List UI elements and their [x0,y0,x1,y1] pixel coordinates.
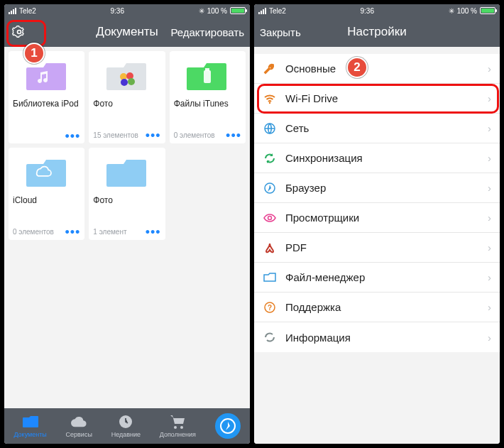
svg-point-3 [128,78,135,85]
settings-row-general[interactable]: Основные › [254,54,500,84]
more-icon[interactable]: ••• [146,133,161,138]
folder-grid: Библиотека iPod ••• Фото 15 элементов [4,47,250,408]
wrench-icon [263,62,277,76]
svg-point-14 [268,216,272,219]
row-label: Сеть [285,122,309,134]
edit-button[interactable]: Редактировать [170,26,244,38]
compass-icon [263,181,277,195]
row-label: Wi-Fi Drive [285,92,338,104]
tab-label: Недавние [111,431,141,438]
battery-icon [230,7,246,14]
battery-percent: 100 % [457,7,477,15]
more-icon[interactable]: ••• [226,133,241,138]
settings-row-viewers[interactable]: Просмотрщики › [254,203,500,233]
battery-icon [480,7,495,14]
folder-card[interactable]: Библиотека iPod ••• [9,51,84,143]
info-icon [263,330,277,344]
folder-card[interactable]: Файлы iTunes 0 элементов ••• [170,51,246,143]
settings-row-support[interactable]: ? Поддержка › [254,293,500,322]
cart-icon [170,414,185,430]
row-label: Браузер [285,182,326,194]
chevron-right-icon: › [488,271,491,283]
chevron-right-icon: › [488,301,491,313]
bluetooth-icon: ✳︎ [199,7,204,15]
settings-row-network[interactable]: Сеть › [254,114,500,143]
folder-sub: 0 элементов [13,228,54,236]
gear-icon [12,25,26,39]
settings-row-info[interactable]: Информация › [254,322,500,352]
folder-sub: 15 элементов [93,131,138,139]
tab-label: Документы [13,431,46,438]
row-label: Просмотрщики [285,212,359,224]
row-label: Поддержка [285,301,341,313]
callout-badge-1: 1 [23,43,45,64]
navbar-settings: Закрыть Настройки [254,17,500,47]
wifi-icon [263,92,277,106]
svg-point-4 [121,79,128,86]
folder-icon [263,271,277,285]
folder-card[interactable]: Фото 1 элемент ••• [89,148,165,240]
row-label: Синхронизация [285,152,363,164]
tab-services[interactable]: Сервисы [66,414,92,438]
folder-icon-usb [174,55,241,98]
settings-button[interactable] [10,23,28,41]
battery-percent: 100 % [207,7,227,15]
close-button[interactable]: Закрыть [260,26,301,38]
chevron-right-icon: › [488,152,491,164]
svg-point-8 [174,426,177,429]
folder-sub: 0 элементов [174,131,215,139]
more-icon[interactable]: ••• [65,133,80,139]
settings-list: Основные › Wi-Fi Drive › Сеть › Синхрони… [254,47,500,444]
folder-icon-plain [93,152,160,195]
bluetooth-icon: ✳︎ [449,7,454,15]
globe-icon [263,121,277,136]
row-label: Информация [285,332,351,344]
folder-name: Библиотека iPod [13,99,80,118]
folder-icon [23,414,38,430]
status-time: 9:36 [361,7,374,15]
chevron-right-icon: › [488,332,491,344]
chevron-right-icon: › [488,92,491,104]
chevron-right-icon: › [488,212,491,224]
folder-card[interactable]: Фото 15 элементов ••• [89,51,165,143]
folder-icon-cloud [13,152,80,195]
svg-text:?: ? [268,304,272,312]
tab-browser[interactable] [215,413,241,439]
callout-badge-2: 2 [346,57,368,78]
chevron-right-icon: › [488,62,491,75]
folder-icon-photos [93,55,160,98]
settings-row-wifi[interactable]: Wi-Fi Drive › [254,84,500,114]
row-label: PDF [285,241,307,253]
navbar-documents: Документы Редактировать [4,17,250,47]
more-icon[interactable]: ••• [65,229,80,235]
tab-bar: Документы Сервисы Недавние Дополнения [4,408,250,444]
svg-point-9 [180,426,183,429]
tab-label: Сервисы [66,431,92,438]
more-icon[interactable]: ••• [146,229,161,235]
tab-recent[interactable]: Недавние [111,414,141,438]
tab-addons[interactable]: Дополнения [160,414,196,438]
eye-icon [263,211,277,225]
settings-row-browser[interactable]: Браузер › [254,173,500,203]
signal-icon [258,8,266,14]
folder-sub: 1 элемент [93,228,126,236]
folder-name: Фото [93,99,160,118]
tab-documents[interactable]: Документы [13,414,46,438]
settings-row-filemgr[interactable]: Файл-менеджер › [254,263,500,293]
row-label: Файл-менеджер [285,271,365,283]
pdf-icon [263,241,277,255]
screen-documents: Tele2 9:36 ✳︎ 100 % Документы Редактиров… [4,4,250,444]
folder-name: iCloud [13,196,80,214]
carrier-label: Tele2 [269,7,286,15]
question-icon: ? [263,300,277,315]
svg-rect-5 [204,70,211,83]
settings-row-sync[interactable]: Синхронизация › [254,143,500,173]
folder-card[interactable]: iCloud 0 элементов ••• [9,148,84,240]
row-label: Основные [285,62,336,75]
settings-row-pdf[interactable]: PDF › [254,233,500,263]
screen-settings: Tele2 9:36 ✳︎ 100 % Закрыть Настройки 2 … [254,4,500,444]
folder-name: Фото [93,196,160,214]
signal-icon [9,8,16,14]
status-bar: Tele2 9:36 ✳︎ 100 % [4,4,250,17]
chevron-right-icon: › [488,182,491,194]
